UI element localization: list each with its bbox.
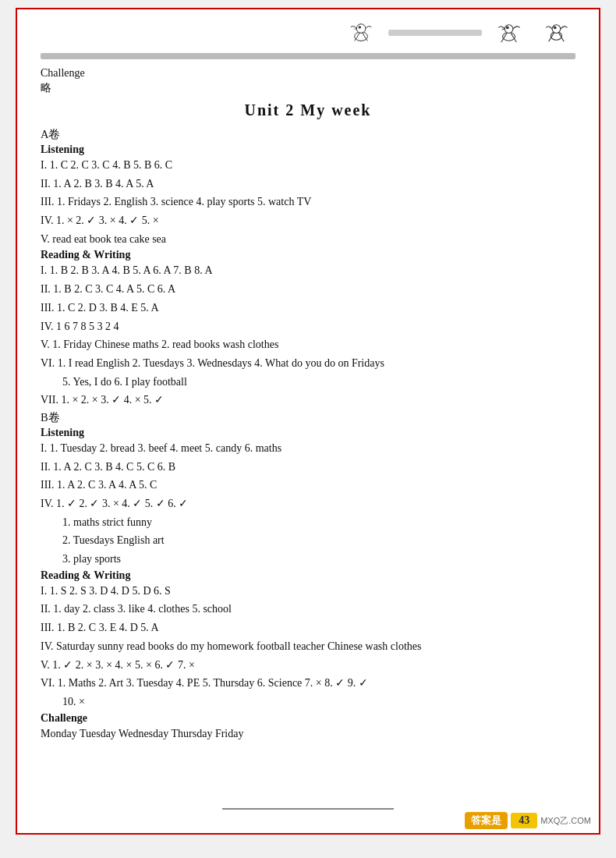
section-line-30: V. 1. ✓ 2. × 3. × 4. × 5. × 6. ✓ 7. × [41, 657, 575, 674]
bird-icon-3 [536, 17, 575, 48]
section-line-10: III. 1. C 2. D 3. B 4. E 5. A [41, 300, 575, 317]
section-line-2: I. 1. C 2. C 3. C 4. B 5. B 6. C [41, 157, 575, 174]
url-label: MXQ乙.COM [540, 815, 591, 827]
svg-point-1 [356, 24, 366, 34]
section-line-8: I. 1. B 2. B 3. A 4. B 5. A 6. A 7. B 8.… [41, 262, 575, 279]
section-line-18: I. 1. Tuesday 2. bread 3. beef 4. meet 5… [41, 440, 575, 457]
section-line-9: II. 1. B 2. C 3. C 4. A 5. C 6. A [41, 281, 575, 298]
section-line-34: Monday Tuesday Wednesday Thursday Friday [41, 725, 575, 743]
content-area: A卷ListeningI. 1. C 2. C 3. C 4. B 5. B 6… [41, 127, 575, 742]
section-line-14: 5. Yes, I do 6. I play football [41, 374, 575, 391]
section-line-28: III. 1. B 2. C 3. E 4. D 5. A [41, 619, 575, 636]
section-line-33: Challenge [41, 712, 575, 725]
section-line-16: B卷 [41, 410, 575, 425]
svg-point-8 [554, 27, 556, 29]
section-line-25: Reading & Writing [41, 569, 575, 582]
section-line-31: VI. 1. Maths 2. Art 3. Tuesday 4. PE 5. … [41, 675, 575, 692]
section-line-0: A卷 [41, 127, 575, 142]
section-line-24: 3. play sports [41, 551, 575, 568]
page: Challenge 略 Unit 2 My week A卷ListeningI.… [16, 8, 600, 835]
section-line-11: IV. 1 6 7 8 5 3 2 4 [41, 318, 575, 335]
section-line-19: II. 1. A 2. C 3. B 4. C 5. C 6. B [41, 459, 575, 476]
section-line-12: V. 1. Friday Chinese maths 2. read books… [41, 336, 575, 353]
section-line-6: V. read eat book tea cake sea [41, 231, 575, 248]
page-number: 43 [511, 813, 537, 828]
top-gray-bar [41, 53, 575, 59]
section-line-7: Reading & Writing [41, 249, 575, 261]
challenge-top-label: Challenge [41, 67, 575, 80]
lue-label: 略 [41, 81, 575, 95]
watermark: 答案是 43 MXQ乙.COM [465, 812, 591, 829]
section-line-3: II. 1. A 2. B 3. B 4. A 5. A [41, 176, 575, 193]
bird-icon-1 [342, 17, 381, 48]
section-line-20: III. 1. A 2. C 3. A 4. A 5. C [41, 477, 575, 494]
section-line-4: III. 1. Fridays 2. English 3. science 4.… [41, 193, 575, 211]
section-line-15: VII. 1. × 2. × 3. ✓ 4. × 5. ✓ [41, 392, 575, 409]
section-line-13: VI. 1. I read English 2. Tuesdays 3. Wed… [41, 355, 575, 372]
bottom-bar [17, 808, 599, 810]
bird-icon-2 [490, 17, 529, 48]
watermark-label: 答案是 [465, 812, 508, 829]
svg-point-5 [506, 27, 508, 29]
unit-title: Unit 2 My week [41, 101, 575, 119]
section-line-5: IV. 1. × 2. ✓ 3. × 4. ✓ 5. × [41, 212, 575, 229]
section-line-27: II. 1. day 2. class 3. like 4. clothes 5… [41, 601, 575, 618]
svg-point-4 [504, 25, 513, 34]
section-line-17: Listening [41, 427, 575, 439]
svg-point-7 [552, 25, 561, 34]
section-line-29: IV. Saturday sunny read books do my home… [41, 638, 575, 655]
section-line-32: 10. × [41, 693, 575, 711]
section-line-1: Listening [41, 144, 575, 156]
top-decoration [41, 17, 575, 48]
section-line-21: IV. 1. ✓ 2. ✓ 3. × 4. ✓ 5. ✓ 6. ✓ [41, 495, 575, 512]
svg-point-2 [359, 27, 361, 29]
section-line-26: I. 1. S 2. S 3. D 4. D 5. D 6. S [41, 583, 575, 600]
section-line-23: 2. Tuesdays English art [41, 532, 575, 549]
bottom-line [222, 808, 394, 810]
decoration-bar-1 [388, 30, 482, 36]
section-line-22: 1. maths strict funny [41, 514, 575, 531]
